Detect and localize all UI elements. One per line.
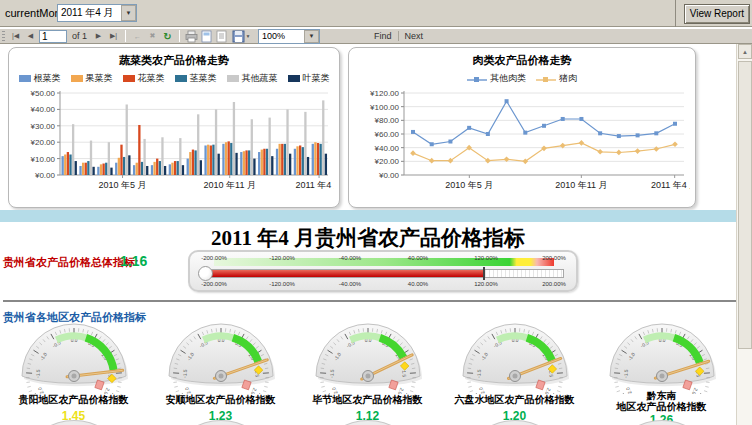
- svg-text:-1.5: -1.5: [182, 369, 188, 378]
- region-gauge: -2.0-1.5-1.0-0.50.00.51.01.52.0贵阳地区农产品价格…: [0, 314, 147, 425]
- legend-label: 茎菜类: [190, 72, 217, 85]
- stop-button[interactable]: ✖: [146, 30, 159, 43]
- legend-label: 其他肉类: [490, 72, 526, 85]
- meat-line-chart: ¥0.00¥20.00¥40.00¥60.00¥80.00¥100.00¥120…: [354, 87, 690, 205]
- view-report-button[interactable]: View Report: [684, 4, 750, 24]
- next-page-button[interactable]: ▶: [92, 30, 105, 43]
- svg-text:2.0: 2.0: [396, 387, 403, 394]
- gauge-dial: -2.0-1.5-1.0-0.50.00.51.01.52.0: [452, 314, 578, 394]
- svg-text:-1.5: -1.5: [35, 369, 41, 378]
- region-gauge: -2.0-1.5-1.0-0.50.00.51.01.52.0六盘水地区农产品价…: [441, 314, 588, 425]
- svg-text:1.5: 1.5: [401, 370, 406, 377]
- page-setup-icon[interactable]: [215, 30, 228, 43]
- svg-text:¥40.00: ¥40.00: [30, 105, 56, 114]
- svg-text:2010 年11 月: 2010 年11 月: [204, 180, 256, 190]
- chart-title: 蔬菜类农产品价格走势: [9, 53, 339, 68]
- overall-index-thermometer: -200.00%-200.00%-120.00%-120.00%-40.00%-…: [188, 250, 578, 292]
- legend-item: 猪肉: [536, 72, 577, 85]
- line-series-猪肉: [410, 140, 678, 164]
- current-month-dropdown[interactable]: 2011 年4 月 ▼: [57, 4, 137, 22]
- zoom-value: 100%: [259, 31, 304, 41]
- bar-series-叶菜类: [75, 153, 327, 175]
- svg-text:2011 年4 月: 2011 年4 月: [295, 180, 334, 190]
- bar-series-根菜类: [62, 144, 314, 175]
- meat-price-chart-panel: 肉类农产品价格走势 其他肉类猪肉 ¥0.00¥20.00¥40.00¥60.00…: [348, 47, 696, 208]
- chevron-down-icon[interactable]: ▼: [246, 33, 251, 39]
- legend-swatch: [123, 75, 135, 82]
- svg-text:-1.5: -1.5: [476, 369, 482, 378]
- print-icon[interactable]: [185, 30, 198, 43]
- toolbar-separator: [125, 30, 126, 42]
- gauge-tick-label: -40.00%: [339, 281, 361, 287]
- gauge-tick-label: 200.00%: [542, 281, 566, 287]
- last-page-button[interactable]: ▶|: [107, 30, 120, 43]
- toolbar-grip[interactable]: [2, 31, 5, 41]
- gauge-tick-label: 40.00%: [408, 255, 428, 261]
- export-save-icon[interactable]: ▼: [230, 30, 252, 43]
- view-report-panel: View Report: [675, 0, 752, 27]
- region-gauges-row: -2.0-1.5-1.0-0.50.00.51.01.52.0贵阳地区农产品价格…: [0, 314, 736, 425]
- vertical-scrollbar[interactable]: ▲: [736, 44, 752, 425]
- svg-text:¥0.00: ¥0.00: [378, 171, 400, 180]
- previous-page-button[interactable]: ◀: [24, 30, 37, 43]
- legend-item: 果菜类: [71, 72, 113, 85]
- svg-text:-2.0: -2.0: [37, 386, 45, 394]
- scroll-up-icon[interactable]: ▲: [738, 44, 752, 59]
- zoom-combobox[interactable]: 100% ▼: [258, 29, 320, 44]
- svg-text:2010 年11 月: 2010 年11 月: [555, 180, 607, 190]
- toolbar-separator: [179, 30, 180, 42]
- svg-text:2010 年5 月: 2010 年5 月: [99, 180, 147, 190]
- legend-item: 根菜类: [19, 72, 61, 85]
- legend-swatch: [288, 75, 300, 82]
- svg-text:2.0: 2.0: [543, 387, 550, 394]
- svg-text:¥30.00: ¥30.00: [30, 122, 56, 131]
- gauge-label: 六盘水地区农产品价格指数: [441, 394, 588, 405]
- page-number-input[interactable]: [39, 30, 67, 43]
- gauge-tick-label: -120.00%: [269, 281, 295, 287]
- chevron-down-icon[interactable]: ▼: [121, 5, 136, 21]
- find-next-link[interactable]: Next: [405, 31, 424, 41]
- svg-text:¥20.00: ¥20.00: [374, 157, 400, 166]
- svg-text:-2.0: -2.0: [478, 386, 486, 394]
- legend-label: 根菜类: [34, 72, 61, 85]
- svg-text:¥20.00: ¥20.00: [30, 138, 56, 147]
- svg-text:2011 年4 月: 2011 年4 月: [651, 180, 690, 190]
- legend-item: 花菜类: [123, 72, 165, 85]
- scrollbar-thumb[interactable]: [738, 61, 752, 349]
- gauge-dial: -2.0-1.5-1.0-0.50.00.51.01.52.0: [305, 314, 431, 394]
- find-area: Find Next: [374, 31, 423, 41]
- overall-index-value: 1.16: [120, 253, 147, 269]
- gauge-tick-label: 200.00%: [542, 255, 566, 261]
- gauge-tick-label: 120.00%: [474, 281, 498, 287]
- gauge-color-scale: [214, 258, 554, 266]
- svg-text:¥120.00: ¥120.00: [369, 89, 399, 98]
- legend-label: 花菜类: [138, 72, 165, 85]
- find-link[interactable]: Find: [374, 31, 392, 41]
- svg-text:2.0: 2.0: [249, 387, 256, 394]
- section-divider-band: [0, 210, 736, 222]
- legend-item: 其他肉类: [467, 72, 526, 85]
- refresh-button[interactable]: ↻: [161, 30, 174, 43]
- legend-label: 其他蔬菜: [242, 72, 278, 85]
- legend-label: 猪肉: [559, 72, 577, 85]
- gauge-tick-label: -200.00%: [201, 281, 227, 287]
- svg-text:-1.5: -1.5: [623, 369, 629, 378]
- svg-text:-2.0: -2.0: [184, 386, 192, 394]
- svg-text:¥80.00: ¥80.00: [374, 116, 400, 125]
- back-button[interactable]: ←: [131, 30, 144, 43]
- print-layout-icon[interactable]: [200, 30, 213, 43]
- chevron-down-icon[interactable]: ▼: [304, 30, 319, 43]
- chart-legend: 其他肉类猪肉: [349, 72, 695, 85]
- first-page-button[interactable]: |◀: [9, 30, 22, 43]
- gauge-tick-label: -40.00%: [339, 255, 361, 261]
- parameter-bar: currentMonth 2011 年4 月 ▼ View Report: [0, 0, 752, 27]
- find-separator: [398, 31, 399, 41]
- gauge-pointer: [483, 267, 485, 280]
- page-title: 2011 年4 月贵州省农产品价格指标: [0, 224, 736, 252]
- svg-text:-2.0: -2.0: [331, 386, 339, 394]
- region-gauge: -2.0-1.5-1.0-0.50.00.51.01.52.0毕节地区农产品价格…: [294, 314, 441, 425]
- svg-text:2010 年5 月: 2010 年5 月: [445, 180, 493, 190]
- gauge-bulb: [198, 266, 213, 281]
- vegetable-bar-chart: ¥0.00¥10.00¥20.00¥30.00¥40.00¥50.002010 …: [14, 87, 334, 205]
- gauge-dial: -2.0-1.5-1.0-0.50.00.51.01.52.0: [11, 314, 137, 394]
